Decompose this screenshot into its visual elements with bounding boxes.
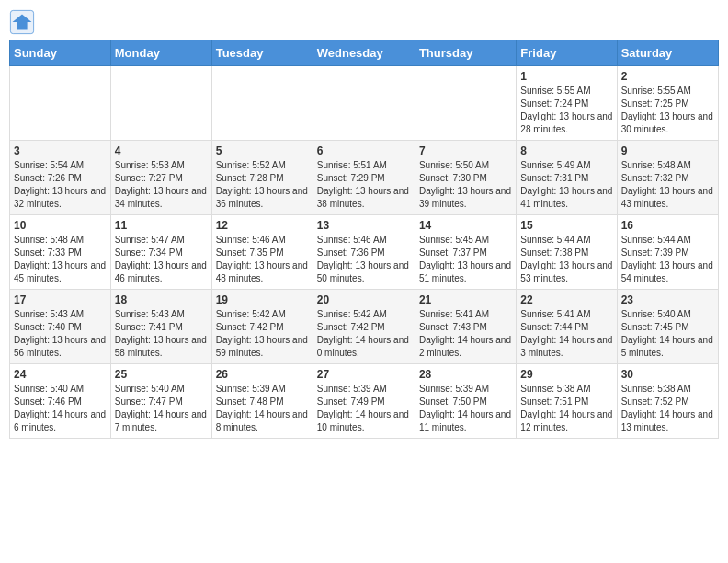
header-cell-tuesday: Tuesday (211, 40, 313, 66)
day-info: Sunrise: 5:41 AM Sunset: 7:43 PM Dayligh… (419, 308, 512, 360)
day-number: 24 (14, 368, 107, 381)
calendar-week-3: 10Sunrise: 5:48 AM Sunset: 7:33 PM Dayli… (10, 215, 719, 290)
day-number: 5 (216, 144, 309, 157)
day-info: Sunrise: 5:40 AM Sunset: 7:45 PM Dayligh… (621, 308, 714, 360)
day-info: Sunrise: 5:38 AM Sunset: 7:51 PM Dayligh… (520, 383, 612, 434)
day-number: 10 (14, 219, 107, 232)
day-number: 11 (115, 219, 208, 232)
day-number: 1 (520, 70, 612, 83)
calendar-cell: 25Sunrise: 5:40 AM Sunset: 7:47 PM Dayli… (110, 364, 211, 439)
day-info: Sunrise: 5:43 AM Sunset: 7:40 PM Dayligh… (14, 308, 107, 360)
calendar-cell: 28Sunrise: 5:39 AM Sunset: 7:50 PM Dayli… (415, 364, 516, 439)
day-info: Sunrise: 5:39 AM Sunset: 7:49 PM Dayligh… (317, 383, 411, 434)
calendar-cell: 19Sunrise: 5:42 AM Sunset: 7:42 PM Dayli… (211, 290, 313, 364)
day-number: 14 (419, 219, 512, 232)
day-number: 28 (419, 368, 512, 381)
header-cell-wednesday: Wednesday (313, 40, 415, 66)
day-info: Sunrise: 5:49 AM Sunset: 7:31 PM Dayligh… (520, 159, 612, 211)
calendar-cell: 1Sunrise: 5:55 AM Sunset: 7:24 PM Daylig… (517, 66, 617, 141)
day-info: Sunrise: 5:55 AM Sunset: 7:25 PM Dayligh… (621, 85, 714, 136)
day-info: Sunrise: 5:46 AM Sunset: 7:35 PM Dayligh… (216, 234, 309, 285)
calendar-cell (110, 66, 211, 141)
calendar-cell: 3Sunrise: 5:54 AM Sunset: 7:26 PM Daylig… (10, 141, 111, 215)
calendar-cell: 20Sunrise: 5:42 AM Sunset: 7:42 PM Dayli… (313, 290, 415, 364)
header-cell-monday: Monday (110, 40, 211, 66)
day-info: Sunrise: 5:48 AM Sunset: 7:33 PM Dayligh… (14, 234, 107, 285)
calendar-header: SundayMondayTuesdayWednesdayThursdayFrid… (10, 40, 719, 66)
calendar-cell: 2Sunrise: 5:55 AM Sunset: 7:25 PM Daylig… (617, 66, 718, 141)
calendar-cell: 7Sunrise: 5:50 AM Sunset: 7:30 PM Daylig… (415, 141, 516, 215)
day-info: Sunrise: 5:41 AM Sunset: 7:44 PM Dayligh… (520, 308, 612, 360)
calendar-table: SundayMondayTuesdayWednesdayThursdayFrid… (9, 40, 719, 439)
header-row: SundayMondayTuesdayWednesdayThursdayFrid… (10, 40, 719, 66)
day-number: 20 (317, 293, 411, 306)
calendar-cell: 6Sunrise: 5:51 AM Sunset: 7:29 PM Daylig… (313, 141, 415, 215)
calendar-cell: 5Sunrise: 5:52 AM Sunset: 7:28 PM Daylig… (211, 141, 313, 215)
day-number: 29 (520, 368, 612, 381)
day-number: 30 (621, 368, 714, 381)
calendar-body: 1Sunrise: 5:55 AM Sunset: 7:24 PM Daylig… (10, 66, 719, 439)
calendar-week-2: 3Sunrise: 5:54 AM Sunset: 7:26 PM Daylig… (10, 141, 719, 215)
calendar-cell: 29Sunrise: 5:38 AM Sunset: 7:51 PM Dayli… (517, 364, 617, 439)
calendar-cell: 21Sunrise: 5:41 AM Sunset: 7:43 PM Dayli… (415, 290, 516, 364)
calendar-week-1: 1Sunrise: 5:55 AM Sunset: 7:24 PM Daylig… (10, 66, 719, 141)
day-info: Sunrise: 5:40 AM Sunset: 7:46 PM Dayligh… (14, 383, 107, 434)
day-number: 15 (520, 219, 612, 232)
day-info: Sunrise: 5:43 AM Sunset: 7:41 PM Dayligh… (115, 308, 208, 360)
day-number: 26 (216, 368, 309, 381)
calendar-cell: 12Sunrise: 5:46 AM Sunset: 7:35 PM Dayli… (211, 215, 313, 290)
day-info: Sunrise: 5:44 AM Sunset: 7:38 PM Dayligh… (520, 234, 612, 285)
day-info: Sunrise: 5:55 AM Sunset: 7:24 PM Dayligh… (520, 85, 612, 136)
day-number: 25 (115, 368, 208, 381)
day-info: Sunrise: 5:47 AM Sunset: 7:34 PM Dayligh… (115, 234, 208, 285)
calendar-cell: 23Sunrise: 5:40 AM Sunset: 7:45 PM Dayli… (617, 290, 718, 364)
day-number: 2 (621, 70, 714, 83)
day-number: 21 (419, 293, 512, 306)
header-cell-sunday: Sunday (10, 40, 111, 66)
day-number: 22 (520, 293, 612, 306)
calendar-cell: 8Sunrise: 5:49 AM Sunset: 7:31 PM Daylig… (517, 141, 617, 215)
day-number: 16 (621, 219, 714, 232)
calendar-cell: 18Sunrise: 5:43 AM Sunset: 7:41 PM Dayli… (110, 290, 211, 364)
day-number: 12 (216, 219, 309, 232)
day-number: 19 (216, 293, 309, 306)
day-number: 23 (621, 293, 714, 306)
day-number: 17 (14, 293, 107, 306)
calendar-cell: 13Sunrise: 5:46 AM Sunset: 7:36 PM Dayli… (313, 215, 415, 290)
calendar-cell: 16Sunrise: 5:44 AM Sunset: 7:39 PM Dayli… (617, 215, 718, 290)
day-info: Sunrise: 5:48 AM Sunset: 7:32 PM Dayligh… (621, 159, 714, 211)
day-info: Sunrise: 5:40 AM Sunset: 7:47 PM Dayligh… (115, 383, 208, 434)
header-cell-thursday: Thursday (415, 40, 516, 66)
logo-icon (9, 9, 35, 35)
day-number: 9 (621, 144, 714, 157)
day-info: Sunrise: 5:42 AM Sunset: 7:42 PM Dayligh… (317, 308, 411, 360)
day-number: 4 (115, 144, 208, 157)
day-info: Sunrise: 5:39 AM Sunset: 7:48 PM Dayligh… (216, 383, 309, 434)
calendar-cell (211, 66, 313, 141)
calendar-cell: 10Sunrise: 5:48 AM Sunset: 7:33 PM Dayli… (10, 215, 111, 290)
calendar-cell: 15Sunrise: 5:44 AM Sunset: 7:38 PM Dayli… (517, 215, 617, 290)
day-info: Sunrise: 5:46 AM Sunset: 7:36 PM Dayligh… (317, 234, 411, 285)
calendar-cell (10, 66, 111, 141)
calendar-cell: 24Sunrise: 5:40 AM Sunset: 7:46 PM Dayli… (10, 364, 111, 439)
day-info: Sunrise: 5:53 AM Sunset: 7:27 PM Dayligh… (115, 159, 208, 211)
calendar-cell (313, 66, 415, 141)
day-number: 8 (520, 144, 612, 157)
day-info: Sunrise: 5:50 AM Sunset: 7:30 PM Dayligh… (419, 159, 512, 211)
calendar-cell: 17Sunrise: 5:43 AM Sunset: 7:40 PM Dayli… (10, 290, 111, 364)
day-info: Sunrise: 5:38 AM Sunset: 7:52 PM Dayligh… (621, 383, 714, 434)
day-number: 6 (317, 144, 411, 157)
calendar-cell: 14Sunrise: 5:45 AM Sunset: 7:37 PM Dayli… (415, 215, 516, 290)
day-info: Sunrise: 5:45 AM Sunset: 7:37 PM Dayligh… (419, 234, 512, 285)
calendar-cell: 22Sunrise: 5:41 AM Sunset: 7:44 PM Dayli… (517, 290, 617, 364)
day-number: 3 (14, 144, 107, 157)
calendar-cell: 4Sunrise: 5:53 AM Sunset: 7:27 PM Daylig… (110, 141, 211, 215)
day-number: 7 (419, 144, 512, 157)
day-info: Sunrise: 5:44 AM Sunset: 7:39 PM Dayligh… (621, 234, 714, 285)
day-info: Sunrise: 5:52 AM Sunset: 7:28 PM Dayligh… (216, 159, 309, 211)
calendar-week-4: 17Sunrise: 5:43 AM Sunset: 7:40 PM Dayli… (10, 290, 719, 364)
calendar-week-5: 24Sunrise: 5:40 AM Sunset: 7:46 PM Dayli… (10, 364, 719, 439)
calendar-cell: 30Sunrise: 5:38 AM Sunset: 7:52 PM Dayli… (617, 364, 718, 439)
day-number: 18 (115, 293, 208, 306)
day-info: Sunrise: 5:39 AM Sunset: 7:50 PM Dayligh… (419, 383, 512, 434)
